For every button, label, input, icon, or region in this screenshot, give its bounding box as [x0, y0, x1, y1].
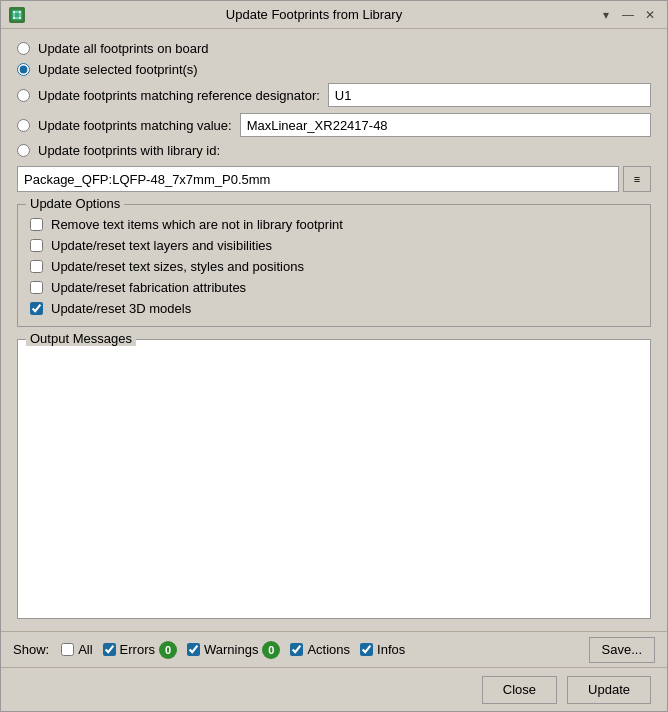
- update-all-radio[interactable]: [17, 42, 30, 55]
- browse-icon: ≡: [634, 173, 640, 185]
- infos-filter: Infos: [360, 642, 405, 657]
- update-3d-models-label: Update/reset 3D models: [51, 301, 191, 316]
- ref-designator-input[interactable]: [328, 83, 651, 107]
- update-by-value-row: Update footprints matching value:: [17, 113, 651, 137]
- show-label: Show:: [13, 642, 49, 657]
- footer: Close Update: [1, 667, 667, 711]
- update-text-layers-label: Update/reset text layers and visibilitie…: [51, 238, 272, 253]
- main-window: Update Footprints from Library ▾ — ✕ Upd…: [0, 0, 668, 712]
- errors-badge: 0: [159, 641, 177, 659]
- update-all-row: Update all footprints on board: [17, 41, 651, 56]
- update-by-value-radio[interactable]: [17, 119, 30, 132]
- remove-text-label: Remove text items which are not in libra…: [51, 217, 343, 232]
- update-option-2: Update/reset text sizes, styles and posi…: [30, 259, 638, 274]
- update-option-3: Update/reset fabrication attributes: [30, 280, 638, 295]
- close-window-button[interactable]: ✕: [641, 6, 659, 24]
- actions-checkbox[interactable]: [290, 643, 303, 656]
- update-by-ref-label: Update footprints matching reference des…: [38, 88, 320, 103]
- update-fab-attrs-checkbox[interactable]: [30, 281, 43, 294]
- browse-button[interactable]: ≡: [623, 166, 651, 192]
- update-options-checkboxes: Remove text items which are not in libra…: [30, 217, 638, 316]
- update-3d-models-checkbox[interactable]: [30, 302, 43, 315]
- actions-filter: Actions: [290, 642, 350, 657]
- warnings-filter: Warnings 0: [187, 641, 280, 659]
- errors-label: Errors: [120, 642, 155, 657]
- library-id-row: ≡: [17, 166, 651, 192]
- all-checkbox[interactable]: [61, 643, 74, 656]
- infos-label: Infos: [377, 642, 405, 657]
- minimize-button[interactable]: —: [619, 6, 637, 24]
- update-by-lib-label: Update footprints with library id:: [38, 143, 220, 158]
- update-text-sizes-checkbox[interactable]: [30, 260, 43, 273]
- status-bar: Show: All Errors 0 Warnings 0 Actions In…: [1, 631, 667, 667]
- output-messages-group: Output Messages: [17, 339, 651, 619]
- close-button[interactable]: Close: [482, 676, 557, 704]
- output-messages-label: Output Messages: [26, 331, 136, 346]
- update-option-4: Update/reset 3D models: [30, 301, 638, 316]
- update-options-label: Update Options: [26, 196, 124, 211]
- save-button[interactable]: Save...: [589, 637, 655, 663]
- update-text-sizes-label: Update/reset text sizes, styles and posi…: [51, 259, 304, 274]
- update-option-1: Update/reset text layers and visibilitie…: [30, 238, 638, 253]
- update-selected-row: Update selected footprint(s): [17, 62, 651, 77]
- value-input[interactable]: [240, 113, 651, 137]
- main-content: Update all footprints on board Update se…: [1, 29, 667, 631]
- update-selected-label: Update selected footprint(s): [38, 62, 198, 77]
- titlebar: Update Footprints from Library ▾ — ✕: [1, 1, 667, 29]
- library-id-input[interactable]: [17, 166, 619, 192]
- window-controls: ▾ — ✕: [597, 6, 659, 24]
- update-all-label: Update all footprints on board: [38, 41, 209, 56]
- remove-text-checkbox[interactable]: [30, 218, 43, 231]
- infos-checkbox[interactable]: [360, 643, 373, 656]
- update-selected-radio[interactable]: [17, 63, 30, 76]
- radio-group: Update all footprints on board Update se…: [17, 41, 651, 192]
- window-title: Update Footprints from Library: [31, 7, 597, 22]
- collapse-button[interactable]: ▾: [597, 6, 615, 24]
- errors-filter: Errors 0: [103, 641, 177, 659]
- update-option-0: Remove text items which are not in libra…: [30, 217, 638, 232]
- all-filter: All: [61, 642, 92, 657]
- update-by-ref-row: Update footprints matching reference des…: [17, 83, 651, 107]
- update-fab-attrs-label: Update/reset fabrication attributes: [51, 280, 246, 295]
- update-by-lib-radio[interactable]: [17, 144, 30, 157]
- errors-checkbox[interactable]: [103, 643, 116, 656]
- update-by-ref-radio[interactable]: [17, 89, 30, 102]
- warnings-badge: 0: [262, 641, 280, 659]
- all-label: All: [78, 642, 92, 657]
- warnings-checkbox[interactable]: [187, 643, 200, 656]
- update-options-group: Update Options Remove text items which a…: [17, 204, 651, 327]
- update-text-layers-checkbox[interactable]: [30, 239, 43, 252]
- app-icon: [9, 7, 25, 23]
- update-by-lib-row: Update footprints with library id:: [17, 143, 651, 158]
- update-by-value-label: Update footprints matching value:: [38, 118, 232, 133]
- actions-label: Actions: [307, 642, 350, 657]
- output-messages-area[interactable]: [18, 340, 650, 618]
- warnings-label: Warnings: [204, 642, 258, 657]
- update-button[interactable]: Update: [567, 676, 651, 704]
